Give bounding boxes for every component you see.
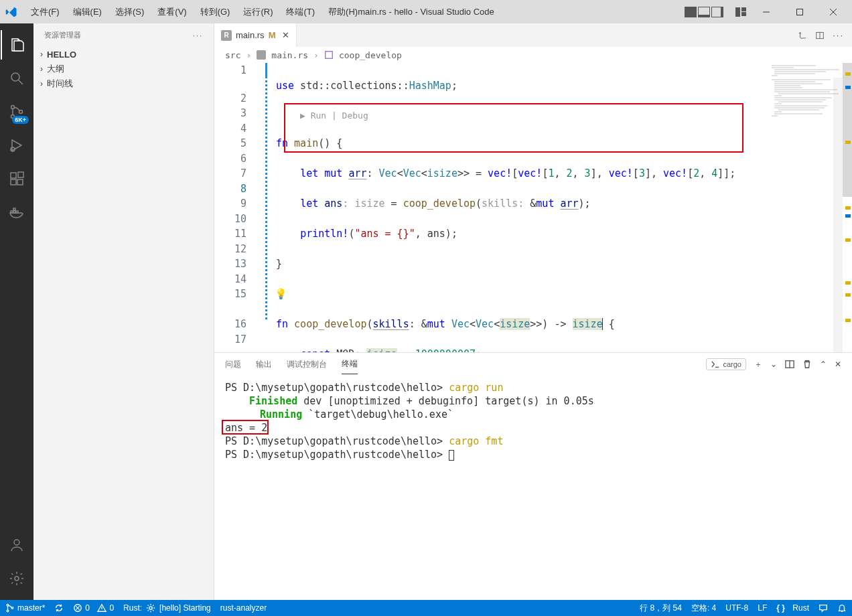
activity-run-debug[interactable] [1, 131, 33, 160]
svg-point-4 [11, 73, 19, 81]
status-feedback-icon[interactable] [819, 603, 828, 613]
codelens-run-debug[interactable]: ▶ Run | Debug [300, 110, 368, 121]
maximize-button[interactable] [786, 2, 813, 22]
explorer-sidebar: 资源管理器 ··· ›HELLO ›大纲 ›时间线 [33, 23, 214, 600]
activity-search[interactable] [1, 64, 33, 93]
status-cursor-position[interactable]: 行 8，列 54 [640, 603, 682, 614]
close-button[interactable] [820, 2, 847, 22]
activity-source-control[interactable]: 6K+ [1, 97, 33, 127]
status-rust-analyzer-label[interactable]: rust-analyzer [220, 603, 267, 613]
status-problems[interactable]: 0 0 [73, 603, 114, 613]
vscode-logo-icon [5, 6, 17, 18]
chevron-right-icon: › [246, 50, 251, 60]
compare-changes-icon[interactable] [798, 31, 807, 40]
title-bar: 文件(F) 编辑(E) 选择(S) 查看(V) 转到(G) 运行(R) 终端(T… [0, 0, 852, 23]
overview-ruler[interactable] [843, 63, 852, 352]
svg-rect-22 [257, 50, 266, 60]
sidebar-more-icon[interactable]: ··· [193, 31, 203, 40]
editor-more-icon[interactable]: ··· [833, 30, 844, 40]
status-sync[interactable] [54, 603, 64, 613]
activity-docker[interactable] [1, 198, 33, 227]
symbol-function-icon [324, 50, 334, 60]
svg-point-27 [7, 610, 9, 612]
tree-outline[interactable]: ›大纲 [33, 62, 214, 76]
terminal-cursor [449, 450, 454, 461]
svg-rect-1 [797, 9, 803, 15]
sidebar-header: 资源管理器 ··· [33, 23, 214, 47]
tree-folder-root[interactable]: ›HELLO [33, 47, 214, 62]
panel-tab-terminal[interactable]: 终端 [342, 354, 358, 374]
menu-view[interactable]: 查看(V) [151, 3, 193, 21]
status-rust-analyzer[interactable]: Rust: [hello] Starting [123, 603, 211, 613]
breadcrumb-folder[interactable]: src [225, 50, 240, 60]
breadcrumb-symbol[interactable]: coop_develop [339, 50, 402, 60]
svg-point-6 [11, 106, 15, 109]
menu-go[interactable]: 转到(G) [194, 3, 237, 21]
tab-close-icon[interactable]: ✕ [282, 30, 289, 40]
split-editor-icon[interactable] [815, 31, 825, 40]
line-number-gutter: 1 234567 8 91011121314151617 [214, 63, 264, 352]
svg-rect-23 [326, 52, 333, 59]
minimap[interactable] [769, 63, 843, 352]
panel-tab-problems[interactable]: 问题 [225, 355, 241, 374]
panel-tabs: 问题 输出 调试控制台 终端 cargo ＋ ⌄ ⌃ ✕ [214, 353, 852, 376]
svg-rect-17 [13, 208, 15, 210]
status-encoding[interactable]: UTF-8 [725, 603, 748, 613]
activity-extensions[interactable] [1, 164, 33, 194]
terminal[interactable]: PS D:\mysetup\gopath\rustcode\hello> car… [214, 376, 852, 600]
menu-bar: 文件(F) 编辑(E) 选择(S) 查看(V) 转到(G) 运行(R) 终端(T… [24, 3, 364, 21]
status-language[interactable]: { } Rust [776, 603, 809, 613]
svg-point-18 [14, 540, 19, 545]
layout-toggle-group[interactable] [685, 7, 723, 17]
activity-settings[interactable] [1, 564, 33, 593]
kill-terminal-icon[interactable] [802, 360, 812, 369]
lightbulb-icon[interactable]: 💡 [275, 287, 285, 297]
chevron-right-icon: › [36, 50, 47, 59]
panel-tab-debug-console[interactable]: 调试控制台 [287, 355, 327, 374]
editor-tab-main-rs[interactable]: R main.rs M ✕ [214, 23, 297, 47]
vertical-scrollbar[interactable] [843, 63, 852, 197]
code-editor[interactable]: 1 234567 8 91011121314151617 use std::co… [214, 63, 852, 352]
svg-point-33 [149, 607, 152, 609]
window-title: main.rs - hello - Visual Studio Code [358, 7, 494, 17]
chevron-right-icon: › [313, 50, 319, 60]
rust-file-icon [257, 50, 266, 60]
editor-area: R main.rs M ✕ ··· src › main.rs › coop_d… [214, 23, 852, 600]
panel-tab-output[interactable]: 输出 [256, 355, 272, 374]
new-terminal-icon[interactable]: ＋ [754, 359, 762, 370]
tab-modified-indicator: M [269, 30, 276, 40]
terminal-selector[interactable]: cargo [706, 358, 746, 370]
status-indentation[interactable]: 空格: 4 [691, 603, 716, 614]
menu-edit[interactable]: 编辑(E) [66, 3, 109, 21]
panel-close-icon[interactable]: ✕ [835, 360, 841, 369]
svg-rect-13 [18, 172, 23, 177]
code-content[interactable]: use std::collections::HashMap; ▶ Run | D… [264, 63, 769, 352]
status-eol[interactable]: LF [758, 603, 767, 613]
terminal-split-dropdown-icon[interactable]: ⌄ [770, 360, 777, 369]
customize-layout-icon[interactable] [735, 7, 746, 17]
menu-terminal[interactable]: 终端(T) [279, 3, 322, 21]
activity-explorer[interactable] [1, 30, 33, 60]
panel-maximize-icon[interactable]: ⌃ [820, 360, 827, 369]
terminal-output-ans: ans = 2 [225, 421, 267, 435]
svg-rect-10 [11, 173, 16, 178]
menu-selection[interactable]: 选择(S) [109, 3, 151, 21]
breadcrumb[interactable]: src › main.rs › coop_develop [214, 47, 852, 63]
status-notifications-icon[interactable] [837, 603, 847, 613]
breadcrumb-file[interactable]: main.rs [271, 50, 308, 60]
activity-accounts[interactable] [1, 530, 33, 560]
status-bar: master* 0 0 Rust: [hello] Starting rust-… [0, 600, 852, 616]
svg-line-5 [19, 80, 23, 84]
minimize-button[interactable] [753, 2, 780, 22]
chevron-right-icon: › [36, 64, 47, 74]
split-terminal-icon[interactable] [785, 360, 794, 369]
activity-bar: 6K+ [0, 23, 33, 600]
bottom-panel: 问题 输出 调试控制台 终端 cargo ＋ ⌄ ⌃ ✕ PS D:\myset… [214, 352, 852, 600]
status-branch[interactable]: master* [5, 603, 45, 613]
menu-file[interactable]: 文件(F) [24, 3, 66, 21]
tree-timeline[interactable]: ›时间线 [33, 76, 214, 91]
sidebar-title: 资源管理器 [44, 30, 81, 40]
scm-badge: 6K+ [12, 116, 29, 124]
svg-point-28 [11, 607, 13, 609]
menu-run[interactable]: 运行(R) [236, 3, 279, 21]
